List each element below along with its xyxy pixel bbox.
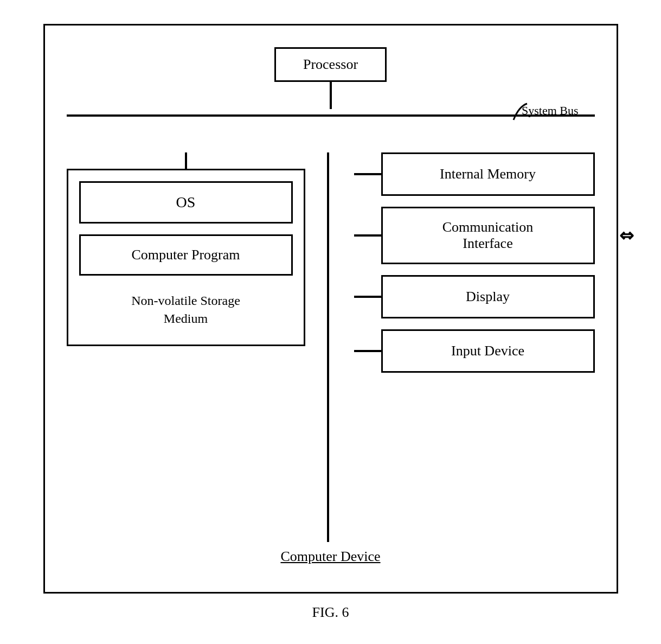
input-device-box: Input Device [381, 329, 595, 373]
double-arrow-icon: ⇔ [619, 225, 634, 246]
main-content-area: OS Computer Program Non-volatile Storage… [67, 152, 595, 542]
storage-label: Non-volatile StorageMedium [131, 292, 240, 328]
fig-caption-text: FIG. 6 [312, 604, 349, 620]
processor-label: Processor [303, 56, 358, 72]
display-connector [354, 296, 381, 298]
display-label: Display [466, 289, 510, 305]
right-components: Internal Memory CommunicationInterface [354, 152, 595, 373]
storage-outer-box: OS Computer Program Non-volatile Storage… [67, 169, 305, 346]
input-device-label: Input Device [451, 343, 524, 359]
processor-bus-connector [330, 82, 332, 109]
communication-interface-label: CommunicationInterface [442, 219, 534, 252]
input-device-connector [354, 350, 381, 352]
internal-memory-connector [354, 173, 381, 175]
system-bus-label: System Bus [522, 104, 579, 118]
computer-program-box: Computer Program [79, 234, 293, 276]
internal-memory-label: Internal Memory [440, 166, 536, 182]
outer-border: Processor System Bus [43, 24, 618, 594]
system-bus-label-area: System Bus [492, 101, 579, 118]
display-row: Display [354, 275, 595, 318]
communication-interface-row: CommunicationInterface ⇔ [354, 207, 595, 264]
display-box: Display [381, 275, 595, 318]
computer-program-label: Computer Program [131, 247, 240, 263]
right-vertical-bus [327, 152, 329, 542]
processor-box: Processor [274, 47, 387, 82]
page-container: Processor System Bus [0, 0, 661, 644]
left-bus-vertical-connector [185, 152, 187, 169]
os-label: OS [176, 194, 196, 211]
os-box: OS [79, 181, 293, 224]
internal-memory-box: Internal Memory [381, 152, 595, 196]
communication-interface-connector [354, 234, 381, 237]
system-bus-row: System Bus [67, 109, 595, 136]
left-section: OS Computer Program Non-volatile Storage… [67, 152, 305, 542]
internal-memory-row: Internal Memory [354, 152, 595, 196]
right-section: Internal Memory CommunicationInterface [327, 152, 595, 542]
diagram-area: Processor System Bus [67, 42, 595, 542]
input-device-row: Input Device [354, 329, 595, 373]
computer-device-text: Computer Device [280, 549, 380, 564]
computer-device-label: Computer Device [280, 549, 380, 565]
communication-interface-box: CommunicationInterface [381, 207, 595, 264]
fig-caption: FIG. 6 [312, 604, 349, 621]
